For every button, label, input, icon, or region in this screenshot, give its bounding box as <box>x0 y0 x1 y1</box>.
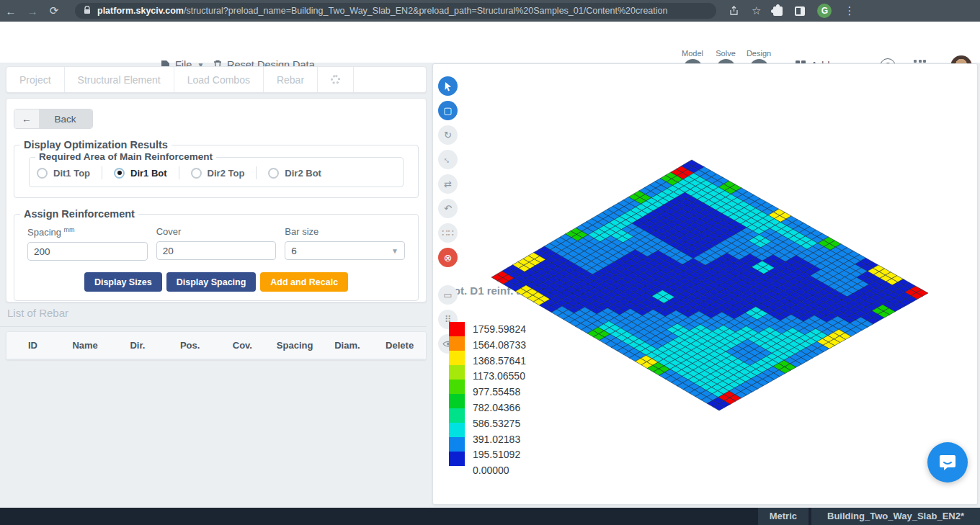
legend-value: 0.00000 <box>473 463 526 479</box>
browser-menu-icon[interactable]: ⋮ <box>844 4 855 17</box>
legend-value: 977.55458 <box>473 385 526 400</box>
column-header-pos: Pos. <box>164 340 216 351</box>
radio-dir1-bot[interactable]: Dir1 Bot <box>114 168 167 179</box>
rotate-icon[interactable]: ↻ <box>438 125 458 145</box>
tab-rebar[interactable]: Rebar <box>264 67 318 92</box>
column-header-id: ID <box>6 340 59 351</box>
url-domain: platform.skyciv.com <box>97 6 184 16</box>
legend-value: 1368.57641 <box>473 354 526 369</box>
display-sizes-button[interactable]: Display Sizes <box>84 272 162 292</box>
radio-label: Dir1 Bot <box>130 168 167 179</box>
assign-fields: Spacing mm Cover Bar size 6 ▼ <box>23 226 409 261</box>
share-icon[interactable] <box>729 6 739 16</box>
barsize-select[interactable]: 6 ▼ <box>285 241 405 260</box>
divider <box>179 166 179 179</box>
rebar-table: IDNameDir.Pos.Cov.SpacingDiam.Delete <box>6 331 427 360</box>
add-and-recalc-button[interactable]: Add and Recalc <box>260 272 348 292</box>
step-label: Solve <box>709 49 742 58</box>
step-label: Model <box>676 49 709 58</box>
list-of-rebar-title: List of Rebar <box>7 307 68 319</box>
browser-actions: ☆ G ⋮ <box>729 4 855 18</box>
legend-swatch <box>449 394 465 408</box>
address-bar[interactable]: platform.skyciv.com/structural?preload_n… <box>75 3 716 19</box>
result-legend: 1759.598241564.087331368.576411173.06550… <box>449 322 526 479</box>
back-button[interactable]: ← Back <box>14 109 93 129</box>
radio-label: Dir2 Bot <box>285 168 321 179</box>
cover-label: Cover <box>156 226 277 237</box>
barsize-label: Bar size <box>285 226 405 237</box>
chat-bubble-icon <box>938 453 957 472</box>
radio-dir2-bot[interactable]: Dir2 Bot <box>268 168 321 179</box>
column-header-cov: Cov. <box>216 340 269 351</box>
legend-value: 586.53275 <box>473 416 526 432</box>
tab-load-combos[interactable]: Load Combos <box>174 67 264 92</box>
required-area-fieldset: Required Area of Main Reinforcement Dit1… <box>29 157 404 187</box>
legend-swatch <box>449 336 465 351</box>
spacing-input[interactable] <box>27 242 148 261</box>
viewer-3d-canvas[interactable]: Bot. D1 reinf. area (mm²/m) ▢↻↔⇄↶∷∷⊗▭⠿ 1… <box>432 63 978 505</box>
radio-icon <box>268 168 279 179</box>
chevron-down-icon: ▼ <box>391 247 398 255</box>
tab-settings[interactable] <box>318 67 354 92</box>
side-panel-icon[interactable] <box>795 6 805 16</box>
legend-swatch <box>449 322 465 336</box>
column-header-name: Name <box>59 340 112 351</box>
cover-field-group: Cover <box>156 226 277 261</box>
assign-reinforcement-fieldset: Assign Reinforcement Spacing mm Cover Ba… <box>14 214 419 301</box>
project-name[interactable]: Building_Two_Way_Slab_EN2* <box>811 508 980 525</box>
viewer-toolbar: ▢↻↔⇄↶∷∷⊗▭⠿ <box>438 76 458 359</box>
assign-buttons: Display SizesDisplay SpacingAdd and Reca… <box>23 272 409 292</box>
chat-launcher-button[interactable] <box>927 442 968 483</box>
display-spacing-button[interactable]: Display Spacing <box>166 272 257 292</box>
remove-icon[interactable]: ⊗ <box>438 248 458 267</box>
tab-project[interactable]: Project <box>6 67 65 92</box>
app-header: File ▼ Reset Design Data Model✓Solve✓Des… <box>0 22 980 63</box>
legend-swatch <box>449 452 465 466</box>
left-panel-tabs: ProjectStructural ElementLoad CombosReba… <box>6 66 427 93</box>
pointer-icon[interactable] <box>438 76 458 96</box>
legend-swatch <box>449 423 465 437</box>
annotate-icon[interactable]: ▭ <box>438 285 458 305</box>
bookmark-star-icon[interactable]: ☆ <box>752 4 761 17</box>
fieldset-legend: Display Optimization Results <box>20 139 172 151</box>
swap-icon[interactable]: ⇄ <box>438 174 458 194</box>
radio-dit1-top[interactable]: Dit1 Top <box>37 168 90 179</box>
radio-dir2-top[interactable]: Dir2 Top <box>191 168 245 179</box>
tab-structural-element[interactable]: Structural Element <box>65 67 174 92</box>
legend-swatch <box>449 408 465 423</box>
column-header-dir: Dir. <box>112 340 164 351</box>
gears-icon <box>331 75 340 84</box>
spacing-unit: mm <box>64 226 75 233</box>
skyciv-app: ← → ⟳ platform.skyciv.com/structural?pre… <box>0 0 980 525</box>
status-bar: Metric Building_Two_Way_Slab_EN2* <box>0 508 980 525</box>
radio-label: Dir2 Top <box>208 168 245 179</box>
legend-swatch <box>449 437 465 452</box>
resize-icon[interactable]: ↔ <box>438 150 458 169</box>
barsize-value: 6 <box>291 246 391 256</box>
box-select-icon[interactable]: ▢ <box>438 101 458 120</box>
legend-value: 1564.08733 <box>473 338 526 354</box>
legend-value: 391.02183 <box>473 432 526 448</box>
dots-pair-icon[interactable]: ∷∷ <box>438 223 458 243</box>
legend-swatch <box>449 365 465 380</box>
cover-input[interactable] <box>156 241 277 260</box>
rebar-design-panel: ← Back Display Optimization Results Requ… <box>6 98 427 302</box>
extensions-icon[interactable] <box>773 6 783 16</box>
browser-reload-icon[interactable]: ⟳ <box>43 4 65 17</box>
column-header-delete: Delete <box>373 340 426 351</box>
fieldset-legend: Assign Reinforcement <box>20 208 138 220</box>
column-header-diam: Diam. <box>321 340 374 351</box>
rebar-table-header: IDNameDir.Pos.Cov.SpacingDiam.Delete <box>6 332 426 359</box>
undo-icon[interactable]: ↶ <box>438 199 458 218</box>
units-toggle[interactable]: Metric <box>758 508 808 525</box>
legend-value: 782.04366 <box>473 400 526 416</box>
browser-back-icon[interactable]: ← <box>0 5 22 17</box>
legend-swatch <box>449 380 465 394</box>
radio-label: Dit1 Top <box>53 168 90 179</box>
barsize-field-group: Bar size 6 ▼ <box>285 226 405 261</box>
lock-icon <box>84 6 91 17</box>
browser-profile-avatar[interactable]: G <box>817 4 832 18</box>
spacing-field-group: Spacing mm <box>27 226 148 261</box>
browser-forward-icon[interactable]: → <box>22 5 43 17</box>
back-button-label: Back <box>39 109 92 128</box>
